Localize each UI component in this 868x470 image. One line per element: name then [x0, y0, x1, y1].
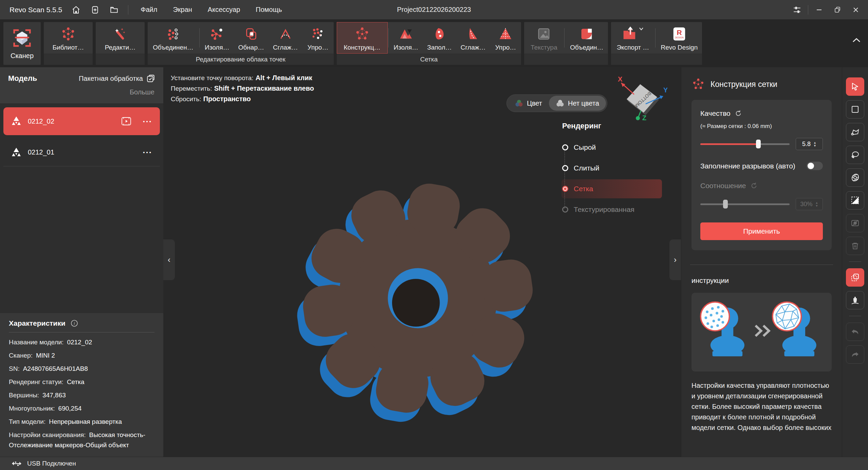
minimize-button[interactable] [812, 3, 827, 17]
fill-holes-button[interactable]: Запол… [423, 22, 456, 54]
connected-region-select-button[interactable] [846, 168, 864, 187]
collapse-ribbon-chevron[interactable] [852, 37, 861, 43]
library-button[interactable]: Библиот… [44, 22, 93, 54]
app-title: Revo Scan 5.5.5 [10, 6, 62, 14]
collapse-left-panel-tab[interactable]: ‹ [163, 239, 175, 280]
polygon-select-button[interactable] [846, 123, 864, 141]
ratio-slider[interactable] [700, 200, 790, 209]
isolate-mesh-button[interactable]: Изоля… [389, 22, 423, 54]
toolbar-divider [849, 261, 861, 262]
ratio-slider-handle[interactable] [723, 200, 728, 209]
merge-points-icon [165, 26, 181, 42]
menu-screen[interactable]: Экран [169, 4, 195, 16]
refresh-icon[interactable] [735, 110, 742, 117]
divider [690, 265, 833, 265]
collapse-right-panel-tab[interactable]: › [669, 239, 681, 280]
home-icon[interactable] [71, 5, 81, 15]
axis-x-label: X [618, 77, 623, 83]
redo-button[interactable] [846, 345, 864, 364]
mesh-construct-button[interactable]: Конструкц… [337, 22, 388, 54]
usb-icon [12, 460, 22, 467]
instructions-illustration [691, 293, 832, 372]
color-mode-no-color[interactable]: Нет цвета [549, 96, 606, 111]
export-button[interactable]: Экспорт … [611, 22, 654, 54]
model-menu-dots[interactable]: ••• [143, 149, 152, 155]
detect-overlap-button[interactable]: Обнар… [234, 22, 269, 54]
title-bar: Project02122026200223 Revo Scan 5.5.5 Фа… [0, 0, 868, 19]
toolbar-divider [849, 316, 861, 316]
menu-file[interactable]: Файл [137, 4, 161, 16]
titlebar-separator [128, 5, 128, 15]
quality-label: Качество [700, 109, 731, 118]
open-folder-icon[interactable] [109, 5, 119, 15]
model-menu-dots[interactable]: ••• [143, 119, 152, 124]
menu-accessory[interactable]: Аксессуар [204, 4, 243, 16]
simplify-points-button[interactable]: Упро… [302, 22, 334, 54]
quality-slider[interactable] [700, 140, 790, 148]
undo-button[interactable] [846, 323, 864, 341]
batch-processing-button[interactable]: Пакетная обработка [79, 74, 155, 83]
render-option-textured[interactable]: Текстурированная [561, 200, 662, 219]
smooth-points-button[interactable]: Сглаж… [269, 22, 302, 54]
radio-icon [562, 186, 568, 192]
revo-design-button[interactable]: R DESIGN Revo Design [656, 22, 702, 54]
ribbon-group-texture: Текстура Объедин… [524, 22, 608, 65]
smooth-mesh-button[interactable]: Сглаж… [456, 22, 490, 54]
field-model-type: Тип модели:Непрерывная развертка [9, 417, 154, 427]
render-option-mesh[interactable]: Сетка [561, 179, 662, 198]
invert-selection-button[interactable] [846, 191, 864, 210]
delete-selection-button[interactable] [846, 237, 864, 255]
apply-button[interactable]: Применить [700, 222, 823, 240]
texture-button[interactable]: Текстура [524, 22, 564, 54]
ribbon-group-library: Библиот… [44, 22, 93, 65]
quality-value-box[interactable]: 5.8 ▲▼ [796, 138, 823, 150]
info-icon[interactable]: i [70, 319, 78, 327]
simplify-points-icon [310, 26, 326, 42]
3d-viewport[interactable]: Установите точку поворота:Alt + Левый кл… [163, 67, 681, 457]
bust-pointcloud [701, 302, 744, 356]
gear-3d-model [287, 167, 549, 429]
rgb-circles-icon [515, 99, 523, 107]
merge-pointcloud-button[interactable]: Объединен… [148, 22, 199, 54]
new-project-icon[interactable] [90, 5, 100, 15]
cursor-select-button[interactable] [846, 77, 864, 96]
orientation-gizmo[interactable]: BOTTOM X Y Z [613, 77, 667, 123]
brush-select-button[interactable] [846, 291, 864, 309]
lasso-select-button[interactable] [846, 146, 864, 164]
edit-button[interactable]: Редакти… [96, 22, 145, 54]
model-row-0212-01[interactable]: 0212_01 ••• [3, 139, 160, 166]
close-button[interactable] [848, 3, 863, 17]
ribbon-group-mesh: Конструкц… Изоля… [337, 22, 521, 65]
field-scan-settings: Настройки сканирования:Высокая точность-… [9, 430, 154, 450]
viewport-hints: Установите точку поворота:Alt + Левый кл… [171, 73, 314, 104]
isolate-points-button[interactable]: Изоля… [200, 22, 234, 54]
render-option-fused[interactable]: Слитый [561, 159, 662, 178]
play-frames-icon[interactable] [121, 117, 131, 126]
more-link[interactable]: Больше [8, 83, 155, 100]
menu-help[interactable]: Помощь [252, 4, 285, 16]
quality-card: Качество (≈ Размер сетки : 0.06 mm) 5.8 … [691, 100, 832, 250]
model-list: 0212_02 ••• 0212_01 ••• [0, 104, 163, 166]
gap-fill-toggle[interactable] [807, 162, 823, 170]
scanner-button[interactable]: Сканер [3, 22, 41, 65]
characteristics-title: Характеристики [9, 319, 66, 327]
restore-button[interactable] [830, 3, 845, 17]
quality-spinner[interactable]: ▲▼ [813, 141, 816, 147]
library-icon [60, 26, 76, 42]
merge-button[interactable]: Объедин… [565, 22, 608, 54]
hide-selection-button[interactable] [846, 214, 864, 232]
group-separator [199, 28, 200, 48]
render-option-raw[interactable]: Сырой [561, 138, 662, 157]
group-separator [655, 28, 655, 48]
rectangle-select-button[interactable] [846, 100, 864, 119]
color-mode-color[interactable]: Цвет [508, 96, 549, 111]
batch-processing-icon [146, 74, 155, 83]
select-through-button[interactable] [846, 268, 864, 287]
quality-slider-handle[interactable] [756, 140, 761, 148]
simplify-mesh-button[interactable]: Упро… [490, 22, 521, 54]
preferences-sliders-icon[interactable] [790, 3, 805, 17]
model-row-0212-02[interactable]: 0212_02 ••• [3, 107, 160, 135]
model-tab[interactable]: Модель [8, 74, 37, 83]
scanner-icon [12, 28, 33, 49]
selection-toolbar [842, 67, 868, 457]
